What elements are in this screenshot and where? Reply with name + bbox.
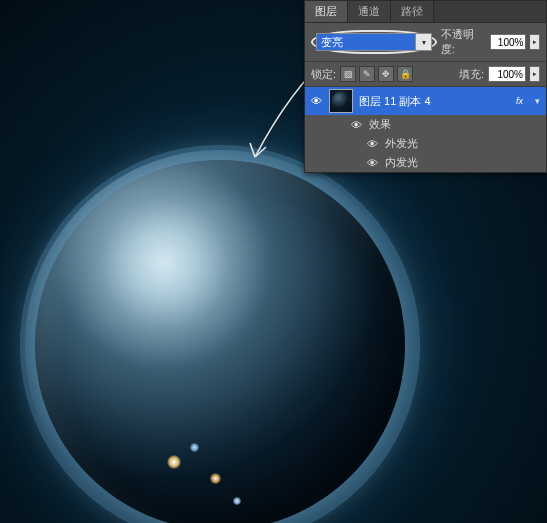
blend-mode-select[interactable]: 变亮 — [316, 33, 416, 51]
visibility-eye-icon[interactable]: 👁 — [365, 137, 379, 151]
lock-all-icon[interactable]: 🔒 — [397, 66, 413, 82]
effect-outer-glow-row[interactable]: 👁 外发光 — [305, 134, 546, 153]
effect-inner-glow-row[interactable]: 👁 内发光 — [305, 153, 546, 172]
lock-pixels-icon[interactable]: ✎ — [359, 66, 375, 82]
lock-position-icon[interactable]: ✥ — [378, 66, 394, 82]
visibility-eye-icon[interactable]: 👁 — [309, 94, 323, 108]
effects-twisty-icon[interactable]: ▾ — [532, 96, 542, 106]
effects-group-row[interactable]: 👁 效果 — [305, 115, 546, 134]
lens-flare — [167, 455, 181, 469]
visibility-eye-icon[interactable]: 👁 — [349, 118, 363, 132]
tab-channels[interactable]: 通道 — [348, 1, 391, 22]
lens-flare — [190, 443, 199, 452]
lens-flare — [210, 473, 221, 484]
effect-name-label: 内发光 — [385, 155, 542, 170]
visibility-eye-icon[interactable]: 👁 — [365, 156, 379, 170]
layer-name-label[interactable]: 图层 11 副本 4 — [359, 94, 507, 109]
blend-mode-highlight: 变亮 ▾ — [311, 30, 437, 54]
lock-icons-group: ▧ ✎ ✥ 🔒 — [340, 66, 413, 82]
fill-input[interactable]: 100% — [488, 66, 526, 82]
layers-panel: 图层 通道 路径 变亮 ▾ 不透明度: 100% ▸ 锁定: ▧ ✎ ✥ 🔒 填… — [304, 0, 547, 173]
tab-paths[interactable]: 路径 — [391, 1, 434, 22]
layer-thumbnail[interactable] — [329, 89, 353, 113]
opacity-label: 不透明度: — [441, 27, 486, 57]
layer-row-selected[interactable]: 👁 图层 11 副本 4 fx ▾ — [305, 87, 546, 115]
blend-opacity-row: 变亮 ▾ 不透明度: 100% ▸ — [305, 23, 546, 61]
planet — [35, 160, 405, 523]
panel-tabs: 图层 通道 路径 — [305, 1, 546, 23]
fill-dropdown-icon[interactable]: ▸ — [530, 66, 540, 82]
opacity-dropdown-icon[interactable]: ▸ — [530, 34, 540, 50]
fx-badge[interactable]: fx — [513, 96, 526, 106]
effects-label: 效果 — [369, 117, 542, 132]
lock-label: 锁定: — [311, 67, 336, 82]
tab-layers[interactable]: 图层 — [305, 1, 348, 22]
lens-flare — [233, 497, 241, 505]
blend-mode-dropdown-icon[interactable]: ▾ — [416, 33, 432, 51]
lock-fill-row: 锁定: ▧ ✎ ✥ 🔒 填充: 100% ▸ — [305, 61, 546, 86]
layers-list: 👁 图层 11 副本 4 fx ▾ 👁 效果 👁 外发光 👁 内发光 — [305, 86, 546, 172]
opacity-input[interactable]: 100% — [490, 34, 527, 50]
lock-transparency-icon[interactable]: ▧ — [340, 66, 356, 82]
fill-label: 填充: — [459, 67, 484, 82]
effect-name-label: 外发光 — [385, 136, 542, 151]
